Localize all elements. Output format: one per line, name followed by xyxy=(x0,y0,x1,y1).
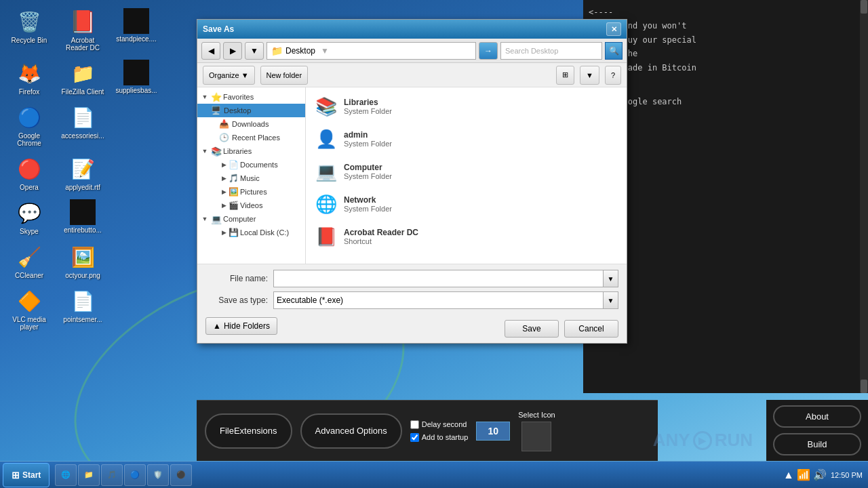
search-placeholder: Search Desktop xyxy=(505,47,558,55)
view-toggle-btn[interactable]: ⊞ xyxy=(556,66,574,85)
tree-documents-item[interactable]: ▶ 📄 Documents xyxy=(197,158,305,171)
google-chrome-icon[interactable]: 🔵 Google Chrome xyxy=(5,101,53,150)
libraries-file-icon: 📚 xyxy=(314,94,338,119)
panel-spacer xyxy=(589,75,854,95)
tree-favorites-header[interactable]: ▼ ⭐ Favorites xyxy=(197,90,305,104)
go-to-folder-btn[interactable]: → xyxy=(479,42,498,60)
dialog-close-btn[interactable]: ✕ xyxy=(606,22,621,36)
right-panel-scrollbar[interactable] xyxy=(860,0,868,393)
filezilla-icon[interactable]: 📁 FileZilla Client xyxy=(59,57,106,98)
standpiece-icon[interactable]: standpiece.... xyxy=(113,5,160,54)
panel-line-5: can be made in Bitcoin xyxy=(589,61,854,75)
savetype-select[interactable]: Executable (*.exe) xyxy=(273,291,604,309)
empty2 xyxy=(113,152,160,194)
filename-input[interactable] xyxy=(273,270,604,287)
add-to-startup-checkbox[interactable] xyxy=(410,433,419,442)
help-btn[interactable]: ? xyxy=(605,66,621,85)
footer-actions: ▲ Hide Folders Save Cancel xyxy=(205,314,618,338)
acrobat-file-icon: 📕 xyxy=(314,224,338,249)
tree-music-item[interactable]: ▶ 🎵 Music xyxy=(197,171,305,185)
tray-volume-icon[interactable]: 🔊 xyxy=(813,468,827,481)
entirebutton-icon[interactable]: entirebutto... xyxy=(59,197,106,238)
file-item-admin[interactable]: 👤 admin System Folder xyxy=(309,123,624,155)
select-icon-area[interactable] xyxy=(521,422,551,451)
tree-desktop-item[interactable]: 🖥️ Desktop xyxy=(197,104,305,117)
about-btn[interactable]: About xyxy=(773,405,861,428)
taskbar-explorer[interactable]: 📁 xyxy=(78,464,100,486)
acrobat-reader-icon[interactable]: 📕 AcrobatReader DC xyxy=(59,5,106,54)
cancel-btn[interactable]: Cancel xyxy=(564,320,618,338)
suppliesbase-icon[interactable]: suppliesbas... xyxy=(113,57,160,98)
desktop-folder-icon: 🖥️ xyxy=(211,106,221,115)
back-btn[interactable]: ◀ xyxy=(201,42,220,60)
save-btn[interactable]: Save xyxy=(505,320,559,338)
dialog-controls: ✕ xyxy=(606,22,621,36)
pointsemer-icon[interactable]: 📄 pointsemer... xyxy=(59,285,106,333)
ccleaner-icon[interactable]: 🧹 CCleaner xyxy=(5,241,53,282)
tree-videos-item[interactable]: ▶ 🎬 Videos xyxy=(197,199,305,212)
delay-second-label[interactable]: Delay second xyxy=(410,420,469,429)
file-item-computer[interactable]: 💻 Computer System Folder xyxy=(309,155,624,188)
vlc-icon[interactable]: 🔶 VLC media player xyxy=(5,285,53,333)
tree-recentplaces-item[interactable]: 🕒 Recent Places xyxy=(197,131,305,144)
tray-network-icon[interactable]: 📶 xyxy=(797,468,810,481)
tray-arrow-icon[interactable]: ▲ xyxy=(783,469,794,481)
videos-icon: 🎬 xyxy=(229,201,239,210)
savetype-dropdown[interactable]: ▼ xyxy=(604,291,618,309)
panel-line-2: rypted and you won't xyxy=(589,19,854,33)
taskbar: ⊞ Start 🌐 📁 🎵 🔵 🛡️ ⚫ ▲ 📶 🔊 12:50 PM xyxy=(0,461,868,488)
taskbar-chrome[interactable]: 🔵 xyxy=(124,464,146,486)
accessories-icon[interactable]: 📄 accessoriesi... xyxy=(59,101,106,150)
favorites-expand-icon: ▼ xyxy=(200,92,210,102)
file-item-network[interactable]: 🌐 Network System Folder xyxy=(309,188,624,220)
taskbar-other[interactable]: ⚫ xyxy=(170,464,192,486)
view-down-btn[interactable]: ▼ xyxy=(580,66,599,85)
filename-dropdown[interactable]: ▼ xyxy=(604,270,618,287)
libraries-folder-icon: 📚 xyxy=(211,146,222,156)
admin-file-icon: 👤 xyxy=(314,127,338,151)
address-text: Desktop xyxy=(285,46,315,56)
dialog-footer: File name: ▼ Save as type: Executable (*… xyxy=(197,264,627,343)
filename-row: File name: ▼ xyxy=(205,270,618,287)
file-item-acrobat[interactable]: 📕 Acrobat Reader DC Shortcut xyxy=(309,220,624,253)
clock[interactable]: 12:50 PM xyxy=(831,471,863,479)
delay-second-checkbox[interactable] xyxy=(410,420,419,429)
select-icon-group: Select Icon xyxy=(518,411,555,451)
select-icon-label[interactable]: Select Icon xyxy=(518,411,555,419)
skype-icon[interactable]: 💬 Skype xyxy=(5,197,53,238)
hide-folders-btn[interactable]: ▲ Hide Folders xyxy=(205,317,277,335)
tree-localdisk-item[interactable]: ▶ 💾 Local Disk (C:) xyxy=(197,226,305,239)
add-to-startup-label[interactable]: Add to startup xyxy=(410,433,469,442)
tree-pictures-item[interactable]: ▶ 🖼️ Pictures xyxy=(197,185,305,199)
panel-line-4: remove the xyxy=(589,47,854,60)
start-button[interactable]: ⊞ Start xyxy=(3,463,50,487)
organize-btn[interactable]: Organize ▼ xyxy=(203,66,255,85)
tree-computer-header[interactable]: ▼ 💻 Computer xyxy=(197,212,305,226)
scrollbar-thumb-top[interactable] xyxy=(861,0,867,14)
taskbar-norton[interactable]: 🛡️ xyxy=(147,464,169,486)
new-folder-btn[interactable]: New folder xyxy=(260,66,309,85)
address-box[interactable]: 📁 Desktop ▼ xyxy=(267,42,476,60)
applyedit-icon[interactable]: 📝 applyedit.rtf xyxy=(59,152,106,194)
file-item-libraries[interactable]: 📚 Libraries System Folder xyxy=(309,90,624,123)
recycle-bin-icon[interactable]: 🗑️ Recycle Bin xyxy=(5,5,53,54)
opera-icon[interactable]: 🔴 Opera xyxy=(5,152,53,194)
file-extensions-btn[interactable]: FileExtensions xyxy=(205,413,292,449)
down-btn[interactable]: ▼ xyxy=(245,42,264,60)
tree-downloads-item[interactable]: 📥 Downloads xyxy=(197,117,305,131)
recentplaces-icon: 🕒 xyxy=(219,133,229,142)
taskbar-media[interactable]: 🎵 xyxy=(101,464,123,486)
search-box: Search Desktop xyxy=(500,42,602,60)
panel-line-6: quick google search xyxy=(589,95,854,108)
octyour-icon[interactable]: 🖼️ octyour.png xyxy=(59,241,106,282)
delay-value-input[interactable] xyxy=(476,422,510,441)
search-btn[interactable]: 🔍 xyxy=(605,42,623,60)
forward-btn[interactable]: ▶ xyxy=(223,42,242,60)
build-btn[interactable]: Build xyxy=(773,433,861,455)
tree-libraries-header[interactable]: ▼ 📚 Libraries xyxy=(197,144,305,158)
advanced-options-btn[interactable]: Advanced Options xyxy=(300,413,402,449)
firefox-icon[interactable]: 🦊 Firefox xyxy=(5,57,53,98)
scrollbar-thumb-bottom[interactable] xyxy=(861,380,867,393)
taskbar-tray: ▲ 📶 🔊 12:50 PM xyxy=(778,468,868,481)
taskbar-ie[interactable]: 🌐 xyxy=(55,464,77,486)
